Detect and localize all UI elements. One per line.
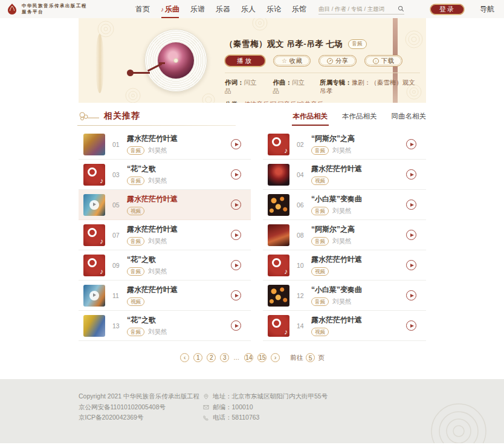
tab-0[interactable]: 本作品相关 [293, 112, 328, 121]
track-row[interactable]: ♪ 07 露水茫茫竹叶遮 音频 刘昊然 [79, 220, 251, 250]
track-thumbnail: ♪ [83, 134, 105, 155]
track-title[interactable]: “花”之歌 [127, 164, 231, 174]
track-type-badge: 视频 [127, 297, 144, 306]
search-bar[interactable] [318, 4, 404, 15]
nav-item-乐曲[interactable]: ♪乐曲 [161, 0, 179, 18]
category-value[interactable]: 传统音乐/民间音乐/戏曲音乐 [244, 100, 324, 103]
icp-record-number[interactable]: 京ICP备2020042369号 [79, 412, 203, 423]
track-row[interactable]: ♪ 09 “花”之歌 音频 刘昊然 [79, 250, 251, 281]
nav-item-乐馆[interactable]: 乐馆 [292, 0, 306, 18]
search-input[interactable] [318, 5, 398, 12]
video-play-overlay-icon [89, 200, 99, 210]
track-row[interactable]: ♪ 14 露水茫茫竹叶遮 视频 [263, 311, 426, 341]
track-row[interactable]: ♪ 06 “小白菜”变奏曲 音频 刘昊然 [263, 190, 426, 220]
track-artist: 刘昊然 [148, 177, 167, 185]
favorite-button[interactable]: ☆ 收藏 [273, 55, 311, 67]
track-title[interactable]: 露水茫茫竹叶遮 [127, 134, 231, 144]
track-title[interactable]: “小白菜”变奏曲 [311, 194, 406, 204]
play-song-button[interactable]: 播放 [225, 55, 265, 67]
track-play-button[interactable] [406, 290, 416, 300]
search-icon[interactable] [398, 5, 404, 12]
track-play-button[interactable] [406, 260, 416, 270]
track-row[interactable]: ♪ 11 露水茫茫竹叶遮 视频 [79, 281, 251, 311]
track-row[interactable]: ♪ 02 “阿斯尔”之高 音频 刘昊然 [263, 129, 426, 160]
page-footer: Copyright 2021 中华民族音乐传承出版工程 京公网安备1101010… [0, 379, 504, 443]
track-play-button[interactable] [406, 230, 416, 240]
track-play-button[interactable] [406, 169, 416, 180]
track-play-button[interactable] [231, 230, 241, 240]
track-title[interactable]: 露水茫茫竹叶遮 [311, 315, 406, 325]
share-button[interactable]: ↗ 分享 [318, 55, 357, 67]
track-type-badge: 音频 [311, 146, 329, 155]
page-button-2[interactable]: 2 [207, 353, 216, 362]
track-row[interactable]: ♪ 03 “花”之歌 音频 刘昊然 [79, 160, 251, 190]
track-play-button[interactable] [406, 320, 416, 331]
track-type-badge: 音频 [311, 207, 329, 215]
prev-page-button[interactable]: ‹ [180, 353, 189, 362]
track-thumbnail: ♪ [83, 224, 105, 246]
page-button-15[interactable]: 15 [257, 353, 267, 362]
nav-toggle[interactable]: 导航 [480, 4, 494, 15]
track-row[interactable]: ♪ 12 “小白菜”变奏曲 音频 刘昊然 [263, 281, 426, 311]
track-title[interactable]: “阿斯尔”之高 [311, 224, 406, 235]
site-logo[interactable]: 中华民族音乐传承出版工程 服务平台 [6, 3, 87, 15]
login-button[interactable]: 登录 [430, 4, 464, 15]
track-title[interactable]: “小白菜”变奏曲 [311, 285, 406, 295]
page-button-14[interactable]: 14 [244, 353, 253, 362]
track-play-button[interactable] [231, 260, 241, 270]
track-play-button[interactable] [231, 169, 241, 180]
album-label: 所属专辑： [320, 79, 352, 86]
track-type-badge: 视频 [127, 207, 144, 215]
track-title[interactable]: “花”之歌 [127, 315, 231, 325]
police-record-number[interactable]: 京公网安备11010102005408号 [79, 402, 203, 413]
track-row[interactable]: ♪ 05 露水茫茫竹叶遮 视频 [79, 190, 251, 220]
goto-page-input[interactable]: 5 [306, 353, 315, 362]
lyricist-label: 作词： [225, 79, 244, 86]
track-play-button[interactable] [231, 200, 241, 210]
track-play-button[interactable] [406, 200, 416, 210]
nav-item-乐器[interactable]: 乐器 [216, 0, 230, 18]
track-row[interactable]: ♪ 13 “花”之歌 音频 刘昊然 [79, 311, 251, 341]
video-play-overlay-icon [89, 291, 99, 300]
track-type-badge: 音频 [127, 237, 144, 245]
track-thumbnail: ♪ [83, 164, 105, 186]
address-value: 北京市东城区朝阳门内大街甲55号 [232, 392, 328, 400]
music-note-icon: ♪ [284, 328, 288, 336]
track-play-button[interactable] [231, 139, 241, 149]
record-center-dot [173, 58, 178, 63]
download-button[interactable]: ↓ 下载 [364, 55, 402, 67]
nav-item-乐论[interactable]: 乐论 [267, 0, 281, 18]
nav-item-乐谱[interactable]: 乐谱 [190, 0, 205, 18]
next-page-button[interactable]: › [271, 353, 280, 362]
track-number: 05 [112, 201, 127, 209]
track-play-button[interactable] [231, 290, 241, 300]
track-thumbnail: ♪ [268, 224, 289, 246]
track-row[interactable]: ♪ 01 露水茫茫竹叶遮 音频 刘昊然 [79, 129, 251, 160]
track-title[interactable]: “花”之歌 [127, 255, 231, 265]
track-row[interactable]: ♪ 04 露水茫茫竹叶遮 视频 [263, 160, 426, 190]
track-play-button[interactable] [231, 320, 241, 331]
page-button-3[interactable]: 3 [220, 353, 229, 362]
tab-1[interactable]: 本作品相关 [342, 112, 377, 121]
track-title[interactable]: 露水茫茫竹叶遮 [127, 285, 231, 295]
track-number: 10 [297, 262, 311, 269]
track-number: 01 [112, 141, 127, 148]
track-play-button[interactable] [406, 139, 416, 149]
track-title[interactable]: 露水茫茫竹叶遮 [127, 224, 231, 235]
nav-item-乐人[interactable]: 乐人 [241, 0, 256, 18]
nav-item-首页[interactable]: 首页 [135, 0, 150, 18]
track-thumbnail: ♪ [83, 255, 105, 276]
track-row[interactable]: ♪ 08 “阿斯尔”之高 音频 刘昊然 [263, 220, 426, 250]
page-button-1[interactable]: 1 [193, 353, 202, 362]
track-title[interactable]: 露水茫茫竹叶遮 [311, 164, 406, 174]
track-title[interactable]: “阿斯尔”之高 [311, 134, 406, 144]
knot-decoration-icon [79, 111, 99, 121]
music-logo-icon [88, 167, 97, 177]
play-triangle-icon [410, 294, 414, 297]
track-title[interactable]: 露水茫茫竹叶遮 [311, 255, 406, 265]
mail-icon [203, 404, 209, 410]
track-title[interactable]: 露水茫茫竹叶遮 [127, 194, 231, 204]
track-row[interactable]: ♪ 10 露水茫茫竹叶遮 视频 [263, 250, 426, 281]
track-number: 14 [297, 322, 311, 330]
tab-2[interactable]: 同曲名相关 [392, 112, 427, 121]
